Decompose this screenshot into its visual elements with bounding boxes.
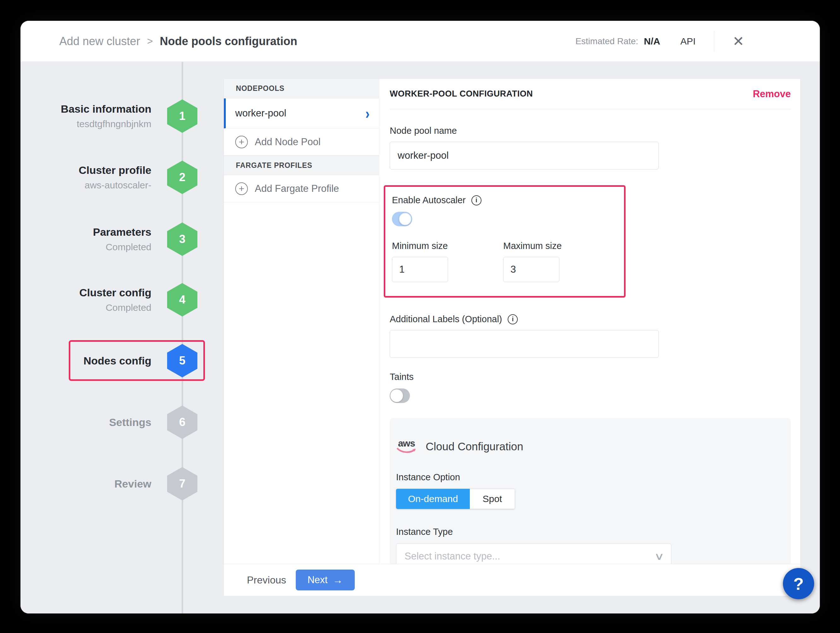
- stepper-step-cluster-profile[interactable]: Cluster profile aws-autoscaler- 2: [21, 161, 224, 194]
- step-subtitle: Completed: [106, 241, 152, 253]
- remove-button[interactable]: Remove: [753, 89, 791, 100]
- enable-autoscaler-toggle[interactable]: [392, 212, 412, 226]
- node-pool-name-label: Node pool name: [390, 126, 791, 136]
- plus-circle-icon: +: [235, 136, 248, 148]
- step-subtitle: Completed: [106, 301, 152, 314]
- maximum-size-input[interactable]: [503, 257, 559, 282]
- estimated-rate-value: N/A: [644, 36, 660, 47]
- chevron-right-icon: ›: [365, 106, 369, 121]
- maximum-size-label: Maximum size: [503, 241, 614, 251]
- step-number-badge: 5: [167, 344, 197, 377]
- step-number-badge: 2: [167, 161, 197, 194]
- modal-header: Add new cluster > Node pools configurati…: [21, 21, 820, 62]
- toggle-knob: [399, 213, 412, 225]
- step-subtitle: aws-autoscaler-: [85, 179, 152, 191]
- estimated-rate-label: Estimated Rate:: [575, 36, 638, 46]
- fargate-section-header: FARGATE PROFILES: [224, 155, 379, 175]
- panels: NODEPOOLS worker-pool › + Add Node Pool …: [224, 79, 800, 564]
- step-title: Cluster config: [79, 286, 152, 299]
- step-title: Settings: [109, 416, 152, 429]
- step-title: Basic information: [61, 102, 152, 116]
- node-pool-name-input[interactable]: [390, 142, 659, 169]
- cloud-configuration-card: aws Cloud Configuration Instance Option …: [390, 418, 791, 564]
- additional-labels-input[interactable]: [390, 330, 659, 358]
- chevron-down-icon: ∨: [654, 550, 665, 562]
- instance-type-select[interactable]: Select instance type... ∨: [396, 543, 671, 564]
- aws-smile-icon: [397, 448, 416, 454]
- step-subtitle: tesdtgfhngnbjnkm: [77, 118, 152, 130]
- wizard-footer: Previous Next →: [224, 564, 800, 596]
- breadcrumb-separator-icon: >: [147, 35, 153, 47]
- plus-circle-icon: +: [235, 182, 248, 195]
- help-button[interactable]: ?: [783, 568, 814, 599]
- close-icon[interactable]: ✕: [733, 35, 744, 48]
- enable-autoscaler-label: Enable Autoscaler: [392, 195, 466, 206]
- toggle-knob: [390, 389, 403, 402]
- config-header: WORKER-POOL CONFIGURATION Remove: [390, 79, 791, 109]
- step-number-badge: 4: [167, 283, 197, 316]
- previous-button[interactable]: Previous: [247, 574, 286, 586]
- add-fargate-profile-button[interactable]: + Add Fargate Profile: [224, 175, 379, 202]
- info-icon[interactable]: i: [471, 195, 482, 206]
- stepper-step-cluster-config[interactable]: Cluster config Completed 4: [21, 283, 224, 316]
- stepper-step-nodes-config[interactable]: Nodes config 5: [21, 344, 224, 377]
- header-divider: [714, 31, 714, 52]
- step-title: Nodes config: [84, 354, 152, 368]
- stepper-step-basic-information[interactable]: Basic information tesdtgfhngnbjnkm 1: [21, 100, 224, 133]
- nodepools-panel: NODEPOOLS worker-pool › + Add Node Pool …: [224, 79, 379, 564]
- stepper-step-parameters[interactable]: Parameters Completed 3: [21, 223, 224, 256]
- minimum-size-input[interactable]: [392, 257, 448, 282]
- stepper-step-review[interactable]: Review 7: [21, 467, 224, 500]
- stepper-line: [182, 62, 183, 614]
- add-fargate-profile-label: Add Fargate Profile: [255, 183, 339, 195]
- nodepool-item-label: worker-pool: [235, 108, 286, 119]
- api-button[interactable]: API: [681, 36, 696, 47]
- wizard-stepper: Basic information tesdtgfhngnbjnkm 1 Clu…: [21, 62, 224, 614]
- nodepool-item-worker-pool[interactable]: worker-pool ›: [224, 98, 379, 128]
- header-actions: Estimated Rate: N/A API ✕: [575, 31, 744, 52]
- instance-option-toggle-group: On-demand Spot: [396, 489, 515, 509]
- step-number-badge: 1: [167, 100, 197, 133]
- cloud-configuration-title: Cloud Configuration: [426, 440, 523, 453]
- aws-logo-icon: aws: [396, 439, 417, 454]
- add-cluster-modal: Add new cluster > Node pools configurati…: [21, 21, 820, 614]
- add-node-pool-label: Add Node Pool: [255, 136, 321, 148]
- worker-pool-config-panel: WORKER-POOL CONFIGURATION Remove Node po…: [379, 79, 800, 564]
- next-button-label: Next: [308, 574, 328, 586]
- arrow-right-icon: →: [333, 575, 343, 585]
- stepper-step-settings[interactable]: Settings 6: [21, 405, 224, 439]
- step-title: Cluster profile: [79, 163, 152, 177]
- on-demand-option-button[interactable]: On-demand: [396, 489, 470, 509]
- autoscaler-highlight-box: Enable Autoscaler i Minimum size: [384, 185, 625, 298]
- modal-body: Basic information tesdtgfhngnbjnkm 1 Clu…: [21, 62, 820, 614]
- step-number-badge: 6: [167, 405, 197, 439]
- next-button[interactable]: Next →: [296, 570, 355, 590]
- config-title: WORKER-POOL CONFIGURATION: [390, 89, 533, 99]
- instance-type-placeholder: Select instance type...: [404, 551, 500, 562]
- add-node-pool-button[interactable]: + Add Node Pool: [224, 128, 379, 155]
- page-title: Node pools configuration: [160, 35, 297, 48]
- taints-toggle[interactable]: [390, 388, 410, 403]
- spot-option-button[interactable]: Spot: [470, 489, 515, 509]
- step-title: Parameters: [93, 225, 152, 239]
- step-number-badge: 7: [167, 467, 197, 500]
- main-area: NODEPOOLS worker-pool › + Add Node Pool …: [224, 62, 820, 614]
- taints-label: Taints: [390, 372, 791, 382]
- instance-type-label: Instance Type: [396, 527, 783, 537]
- instance-option-label: Instance Option: [396, 472, 783, 483]
- step-title: Review: [114, 477, 152, 491]
- step-number-badge: 3: [167, 223, 197, 256]
- help-icon: ?: [793, 574, 804, 593]
- minimum-size-label: Minimum size: [392, 241, 503, 251]
- breadcrumb-parent[interactable]: Add new cluster: [59, 35, 140, 48]
- additional-labels-label: Additional Labels (Optional): [390, 314, 502, 324]
- nodepools-section-header: NODEPOOLS: [224, 79, 379, 98]
- info-icon[interactable]: i: [508, 314, 518, 324]
